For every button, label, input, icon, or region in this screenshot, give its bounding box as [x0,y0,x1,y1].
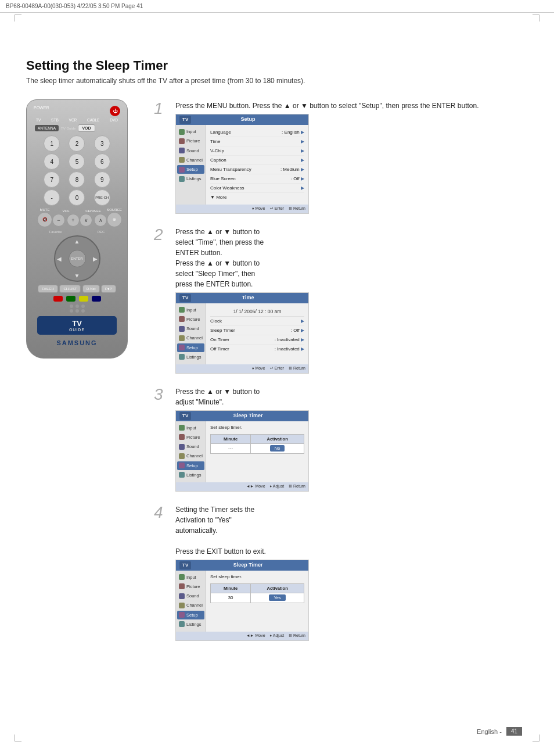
sidebar-listings-s2: Listings [177,620,204,629]
step-number-4: 4 [154,504,167,641]
num-8[interactable]: 8 [69,171,85,188]
sidebar-setup-s2: Setup [177,611,204,619]
step-number-3: 3 [154,386,167,492]
sleep2-subtitle: Set sleep timer. [210,574,304,581]
main-content: Setting the Sleep Timer The sleep timer … [26,23,528,653]
dot1 [70,304,73,308]
antenna-btn[interactable]: ANTENNA [35,125,59,131]
num-9[interactable]: 9 [94,171,110,188]
sidebar-listings-t: Listings [177,353,204,361]
sleep2-table: Minute Activation 30 Yes [210,583,304,603]
tv-time-body: Input Picture Sound Channel Setup Listin… [176,303,308,365]
tv-label-s1: TV [179,412,191,420]
enter-btn[interactable]: ENTER [69,250,86,267]
blue-btn[interactable] [92,296,101,302]
sidebar-setup-t: Setup [177,343,204,352]
dnet-btn[interactable]: D-Net [82,285,100,293]
step-text-2: Press the ▲ or ▼ button toselect "Time",… [175,225,528,374]
step-number-2: 2 [154,227,167,374]
sleep1-table: Minute Activation --- No [210,434,304,454]
num-3[interactable]: 3 [94,135,110,152]
tv-setup-header: TV Setup [176,114,308,125]
num-2[interactable]: 2 [69,135,85,152]
page-number: 41 [506,727,522,736]
source-btn[interactable]: ⊕ [107,212,122,227]
tv-setup-footer: ♦ Move ↵ Enter III Return [176,205,308,213]
num-4[interactable]: 4 [44,153,60,170]
page-title: Setting the Sleep Timer [26,58,528,73]
tv-sleep1-ui: TV Sleep Timer Input Picture Sound Chann… [176,411,308,491]
red-btn[interactable] [53,296,63,302]
tv-sidebar-s1: Input Picture Sound Channel Setup Listin… [176,421,206,483]
num-1[interactable]: 1 [44,135,60,152]
tv-sleep1-footer: ◄► Move ♦ Adjust III Return [176,482,308,491]
tv-setup-ui: TV Setup Input Picture Sound Channel [176,114,308,213]
pip-btn[interactable]: P●P [101,285,116,293]
tv-label: TV [179,116,191,124]
dot4 [70,309,73,313]
minute-header: Minute [211,434,251,443]
antenna-row: ANTENNA TV Guide VOD [31,124,123,132]
mute-btn[interactable]: 🔇 [37,212,52,227]
minute-header2: Minute [211,583,251,593]
vol-down[interactable]: − [52,214,65,227]
sleep1-title: Sleep Timer [233,412,263,420]
screen-sleep1: TV Sleep Timer Input Picture Sound Chann… [175,410,309,492]
sidebar-sound-t: Sound [177,324,204,333]
activation-header: Activation [251,434,304,443]
no-badge: No [270,445,285,452]
input-icon-t [179,307,185,313]
tv-sleep2-main: Set sleep timer. Minute Activation 30 [206,571,308,632]
dpad: ▲ ▼ ◀ ▶ ENTER [54,235,100,282]
step-3-text: Press the ▲ or ▼ button toadjust "Minute… [175,388,260,406]
dpad-right[interactable]: ▶ [93,256,98,262]
faych-btn[interactable]: FAV.CH [38,285,58,293]
num-7[interactable]: 7 [44,171,60,188]
chlist-btn[interactable]: CH.LIST [59,285,81,293]
input-icon [179,129,185,135]
sound-icon-s1 [179,444,185,450]
number-grid: 1 2 3 4 5 6 7 8 9 - 0 PRE-CH [31,135,123,206]
time-title: Time [242,294,254,302]
sidebar-input-s2: Input [177,573,204,582]
dpad-left[interactable]: ◀ [57,256,62,262]
picture-icon-s1 [179,434,185,440]
screen-setup: TV Setup Input Picture Sound Channel [175,114,309,214]
step-2-text: Press the ▲ or ▼ button toselect "Time",… [175,228,264,288]
sidebar-channel-s1: Channel [177,452,204,460]
crop-mark-tr [533,15,539,22]
vod-btn[interactable]: VOD [78,124,95,132]
num-6[interactable]: 6 [94,153,110,170]
ch-up[interactable]: ∧ [94,214,107,227]
sidebar-channel-t: Channel [177,334,204,342]
setup-icon-s2 [179,612,185,618]
source-row: TV STB VCR CABLE DVD [31,118,123,122]
row-language: Language: English ▶ [210,128,304,137]
steps-column: 1 Press the MENU button. Press the ▲ or … [154,99,528,653]
row-time: Time▶ [210,137,304,146]
remote-dots [31,304,123,313]
activation-val2: Yes [251,593,304,603]
ch-down[interactable]: ∨ [80,214,92,227]
row-blue-screen: Blue Screen: Off ▶ [210,174,304,184]
sidebar-picture-t: Picture [177,315,204,324]
channel-icon-s1 [179,453,185,459]
dpad-down[interactable]: ▼ [74,273,80,279]
picture-icon-t [179,316,185,322]
green-btn[interactable] [66,296,75,302]
screen-sleep2: TV Sleep Timer Input Picture Sound Chann… [175,560,309,641]
num-dash[interactable]: - [44,189,60,206]
vol-up[interactable]: + [67,214,80,227]
power-btn[interactable]: ⏻ [110,106,120,116]
num-0[interactable]: 0 [69,189,85,206]
tv-guide-badge[interactable]: TV GUIDE [37,316,117,335]
step-1: 1 Press the MENU button. Press the ▲ or … [154,99,528,214]
row-color-weakness: Color Weakness▶ [210,184,304,193]
tv-sleep2-header: TV Sleep Timer [176,560,308,571]
dpad-up[interactable]: ▲ [74,238,80,245]
setup-title: Setup [241,116,256,124]
row-more: ▼ More [210,193,304,202]
pre-ch-btn[interactable]: PRE-CH [94,189,110,206]
yellow-btn[interactable] [79,296,88,302]
num-5[interactable]: 5 [69,153,85,170]
